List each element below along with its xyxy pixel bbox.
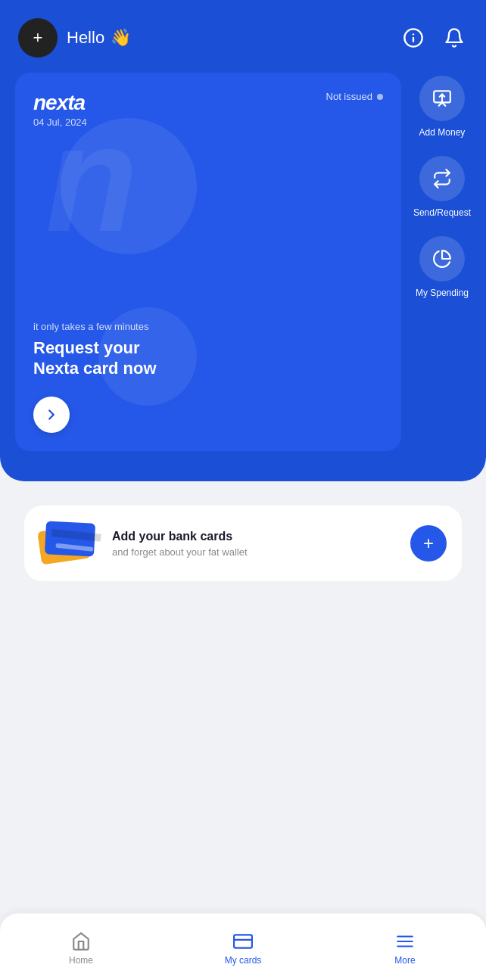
info-icon[interactable] [400,24,427,51]
top-section: + Hello 👋 [0,0,486,481]
nexta-logo: nexta [33,91,87,115]
blue-card [45,521,95,556]
avatar-button[interactable]: + [18,18,58,58]
nav-home[interactable]: Home [0,913,162,980]
bank-cards-subtitle: and forget about your fat wallet [112,546,398,558]
card-tagline: it only takes a few minutes [33,321,383,332]
card-text-line [55,543,93,552]
not-issued-badge: Not issued [326,91,383,102]
bank-cards-title: Add your bank cards [112,530,398,543]
bottom-nav: Home My cards More [0,913,486,980]
my-spending-circle [419,236,465,282]
greeting-text: Hello [67,28,104,48]
add-cards-button[interactable]: + [410,525,447,562]
nexta-card[interactable]: n nexta 04 Jul, 2024 Not issued it only … [15,73,401,451]
not-issued-text: Not issued [326,91,372,102]
action-buttons: Add Money Send/Request [413,73,471,298]
add-money-circle [419,76,465,121]
wave-emoji: 👋 [111,28,131,48]
add-money-button[interactable]: Add Money [419,76,466,138]
card-icon [232,931,254,952]
send-request-circle [419,156,465,201]
nav-more[interactable]: More [324,913,486,980]
home-icon [70,931,92,952]
bank-cards-section-wrapper: Add your bank cards and forget about you… [0,481,486,581]
nav-my-cards[interactable]: My cards [162,913,324,980]
card-header: nexta 04 Jul, 2024 Not issued [33,91,383,128]
card-date: 04 Jul, 2024 [33,117,87,128]
send-request-label: Send/Request [413,207,471,218]
card-cta: Request yourNexta card now [33,338,383,378]
greeting-area: Hello 👋 [67,28,400,48]
middle-spacer [0,581,486,913]
nav-home-label: Home [69,955,93,966]
header: + Hello 👋 [0,0,486,73]
deco-circle-1 [61,118,197,254]
menu-icon [394,931,416,952]
card-bottom: it only takes a few minutes Request your… [33,321,383,433]
not-issued-dot [377,94,383,100]
nexta-logo-area: nexta 04 Jul, 2024 [33,91,87,128]
send-request-button[interactable]: Send/Request [413,156,471,218]
card-stripe [51,529,101,542]
svg-rect-5 [234,935,252,947]
bank-cards-info: Add your bank cards and forget about you… [112,530,398,558]
bank-cards-section: Add your bank cards and forget about you… [24,506,462,581]
add-cards-plus-icon: + [423,533,434,554]
nav-my-cards-label: My cards [225,955,262,966]
bank-cards-image [39,521,100,566]
bell-icon[interactable] [441,24,468,51]
my-spending-button[interactable]: My Spending [416,236,469,298]
nav-more-label: More [394,955,415,966]
avatar-plus-icon: + [33,30,43,46]
card-arrow-button[interactable] [33,397,70,433]
my-spending-label: My Spending [416,288,469,298]
main-content: n nexta 04 Jul, 2024 Not issued it only … [0,73,486,451]
add-money-label: Add Money [419,127,466,138]
header-icons [400,24,468,51]
